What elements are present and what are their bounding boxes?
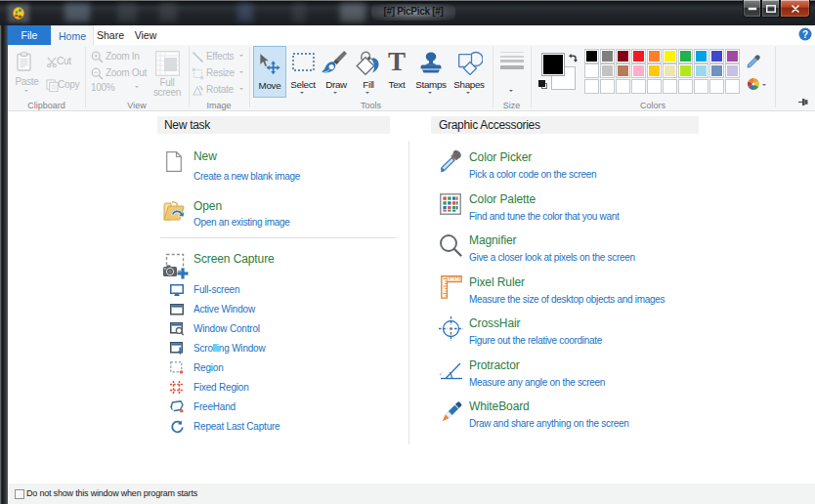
svg-text:?: ? xyxy=(802,29,808,40)
